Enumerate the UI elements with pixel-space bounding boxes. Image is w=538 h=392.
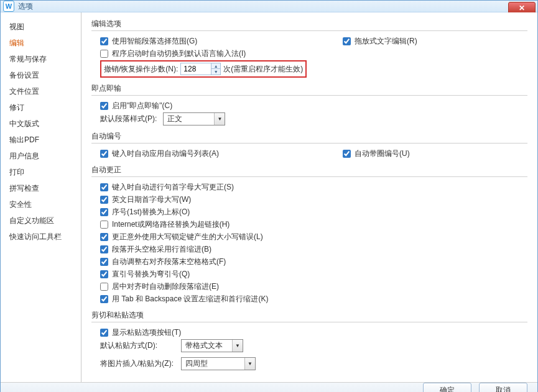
default-paste-label: 默认粘贴方式(D): (100, 340, 175, 351)
default-para-style-label: 默认段落样式(P): (100, 114, 157, 124)
chevron-down-icon: ▼ (214, 113, 225, 125)
sidebar-item-user-info[interactable]: 用户信息 (1, 148, 81, 164)
ok-button[interactable]: 确定 (423, 383, 471, 392)
sidebar-item-general-save[interactable]: 常规与保存 (1, 51, 81, 67)
group-auto-number: 自动编号 键入时自动应用自动编号列表(A) 自动带圈编号(U) (91, 131, 527, 160)
options-dialog: W 选项 ✕ 视图 编辑 常规与保存 备份设置 文件位置 修订 中文版式 输出P… (0, 0, 538, 392)
checkbox-ac-4[interactable]: 更正意外使用大写锁定键产生的大小写错误(L) (100, 232, 263, 242)
cancel-button[interactable]: 取消 (479, 383, 527, 392)
titlebar: W 选项 ✕ (1, 1, 537, 12)
group-cut-paste: 剪切和粘贴选项 显示粘贴选项按钮(T) 默认粘贴方式(D): 带格式文本 ▼ 将… (91, 310, 527, 371)
checkbox-show-paste-options[interactable]: 显示粘贴选项按钮(T) (100, 327, 181, 338)
checkbox-switch-ime[interactable]: 程序启动时自动切换到默认语言输入法(I) (100, 48, 246, 59)
undo-label: 撤销/恢复操作步数(N): (104, 64, 178, 75)
sidebar: 视图 编辑 常规与保存 备份设置 文件位置 修订 中文版式 输出PDF 用户信息… (1, 12, 81, 382)
spin-down-icon[interactable]: ▼ (211, 69, 220, 75)
sidebar-item-output-pdf[interactable]: 输出PDF (1, 132, 81, 148)
checkbox-circled-number[interactable]: 自动带圈编号(U) (343, 148, 410, 159)
checkbox-drag-edit[interactable]: 拖放式文字编辑(R) (343, 36, 417, 47)
insert-picture-dropdown[interactable]: 四周型 ▼ (181, 357, 256, 370)
content-panel: 编辑选项 使用智能段落选择范围(G) 拖放式文字编辑(R) 程序启动时自动切换到… (81, 12, 537, 382)
spin-up-icon[interactable]: ▲ (211, 63, 220, 69)
checkbox-ac-8[interactable]: 居中对齐时自动删除段落缩进(E) (100, 281, 219, 292)
app-icon: W (3, 1, 14, 12)
sidebar-item-spell-check[interactable]: 拼写检查 (1, 180, 81, 196)
chevron-down-icon: ▼ (244, 358, 255, 370)
checkbox-ac-0[interactable]: 键入时自动进行句首字母大写更正(S) (100, 182, 234, 193)
window-title: 选项 (18, 1, 33, 12)
sidebar-item-view[interactable]: 视图 (1, 19, 81, 35)
undo-unit: 次 (223, 64, 231, 75)
checkbox-ac-3[interactable]: Internet或网络路径替换为超链接(H) (100, 219, 230, 230)
sidebar-item-security[interactable]: 安全性 (1, 196, 81, 212)
group-edit-options: 编辑选项 使用智能段落选择范围(G) 拖放式文字编辑(R) 程序启动时自动切换到… (91, 19, 527, 78)
checkbox-ac-1[interactable]: 英文日期首字母大写(W) (100, 194, 191, 205)
checkbox-ac-5[interactable]: 段落开头空格采用行首缩进(B) (100, 244, 211, 255)
insert-picture-label: 将图片插入/粘贴为(Z): (100, 358, 181, 369)
sidebar-item-quick-access[interactable]: 快速访问工具栏 (1, 229, 81, 245)
undo-steps-input[interactable] (181, 63, 211, 75)
chevron-down-icon: ▼ (232, 340, 243, 352)
checkbox-enable-click-type[interactable]: 启用"即点即输"(C) (100, 101, 172, 111)
group-auto-correct: 自动更正 键入时自动进行句首字母大写更正(S) 英文日期首字母大写(W) 序号(… (91, 165, 527, 305)
sidebar-item-custom-ribbon[interactable]: 自定义功能区 (1, 212, 81, 229)
checkbox-ac-7[interactable]: 直引号替换为弯引号(Q) (100, 269, 190, 280)
group-title: 编辑选项 (91, 19, 527, 29)
sidebar-item-edit[interactable]: 编辑 (1, 35, 81, 51)
checkbox-smart-paragraph[interactable]: 使用智能段落选择范围(G) (100, 36, 197, 47)
undo-steps-highlight: 撤销/恢复操作步数(N): ▲▼ 次 (需重启程序才能生效) (100, 60, 307, 78)
checkbox-auto-number-list[interactable]: 键入时自动应用自动编号列表(A) (100, 148, 219, 159)
sidebar-item-chinese-layout[interactable]: 中文版式 (1, 116, 81, 132)
sidebar-item-file-locations[interactable]: 文件位置 (1, 83, 81, 99)
dialog-footer: 确定 取消 (1, 382, 537, 392)
checkbox-ac-6[interactable]: 自动调整右对齐段落末空格格式(F) (100, 257, 226, 267)
sidebar-item-revision[interactable]: 修订 (1, 99, 81, 116)
checkbox-ac-2[interactable]: 序号(1st)替换为上标(O) (100, 207, 190, 217)
undo-note: (需重启程序才能生效) (231, 64, 303, 75)
undo-steps-spinner[interactable]: ▲▼ (180, 63, 221, 75)
sidebar-item-backup[interactable]: 备份设置 (1, 67, 81, 83)
checkbox-ac-9[interactable]: 用 Tab 和 Backspace 设置左缩进和首行缩进(K) (100, 294, 268, 304)
default-paste-dropdown[interactable]: 带格式文本 ▼ (181, 339, 243, 352)
group-click-type: 即点即输 启用"即点即输"(C) 默认段落样式(P): 正文 ▼ (91, 83, 527, 126)
default-para-style-dropdown[interactable]: 正文 ▼ (163, 112, 225, 125)
sidebar-item-print[interactable]: 打印 (1, 164, 81, 180)
